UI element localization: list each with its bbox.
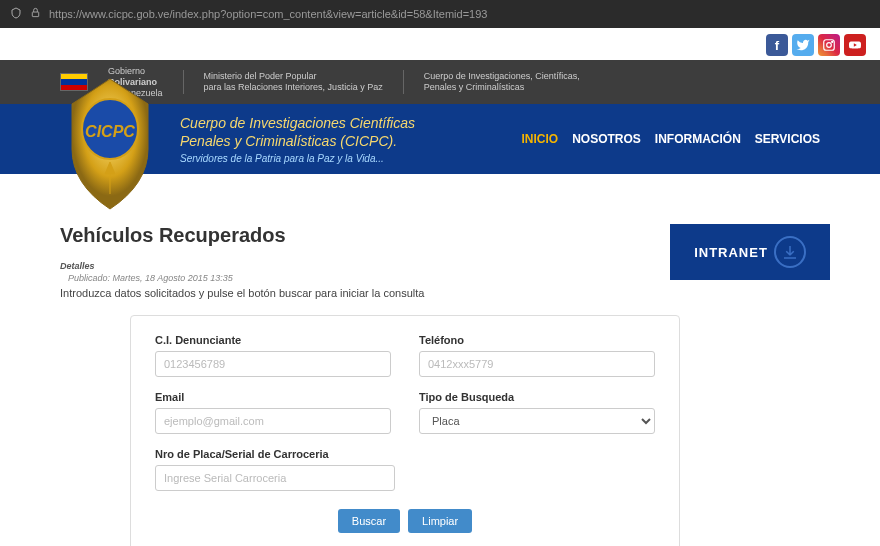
ministry-name: Ministerio del Poder Popular para las Re… [204, 71, 383, 93]
email-label: Email [155, 391, 391, 403]
header-band: CICPC Cuerpo de Investigaciones Científi… [0, 104, 880, 174]
download-icon [774, 236, 806, 268]
instagram-icon[interactable] [818, 34, 840, 56]
buscar-button[interactable]: Buscar [338, 509, 400, 533]
placa-input[interactable] [155, 465, 395, 491]
nav-inicio[interactable]: INICIO [522, 132, 559, 146]
telefono-input[interactable] [419, 351, 655, 377]
intro-text: Introduzca datos solicitados y pulse el … [60, 287, 650, 299]
placa-label: Nro de Placa/Serial de Carroceria [155, 448, 395, 460]
tipo-busqueda-select[interactable]: Placa [419, 408, 655, 434]
facebook-icon[interactable]: f [766, 34, 788, 56]
svg-point-3 [832, 41, 833, 42]
intranet-label: INTRANET [694, 245, 768, 260]
nav-nosotros[interactable]: NOSOTROS [572, 132, 641, 146]
svg-rect-0 [32, 12, 38, 17]
search-form: C.I. Denunciante Teléfono Email Tipo de … [130, 315, 680, 546]
limpiar-button[interactable]: Limpiar [408, 509, 472, 533]
department-name: Cuerpo de Investigaciones, Científicas, … [424, 71, 580, 93]
twitter-icon[interactable] [792, 34, 814, 56]
ci-label: C.I. Denunciante [155, 334, 391, 346]
svg-text:CICPC: CICPC [85, 123, 135, 140]
browser-address-bar: https://www.cicpc.gob.ve/index.php?optio… [0, 0, 880, 28]
published-date: Publicado: Martes, 18 Agosto 2015 13:35 [68, 273, 650, 283]
email-input[interactable] [155, 408, 391, 434]
page-title: Vehículos Recuperados [60, 224, 650, 247]
org-title: Cuerpo de Investigaciones Científicas Pe… [180, 114, 415, 165]
intranet-button[interactable]: INTRANET [670, 224, 830, 280]
lock-icon [30, 7, 41, 21]
youtube-icon[interactable] [844, 34, 866, 56]
tipo-busqueda-label: Tipo de Busqueda [419, 391, 655, 403]
nav-informacion[interactable]: INFORMACIÓN [655, 132, 741, 146]
url-text[interactable]: https://www.cicpc.gob.ve/index.php?optio… [49, 8, 487, 20]
details-label: Detalles [60, 261, 650, 271]
shield-icon [10, 7, 22, 22]
social-icons-row: f [0, 28, 880, 60]
telefono-label: Teléfono [419, 334, 655, 346]
main-nav: INICIO NOSOTROS INFORMACIÓN SERVICIOS [522, 132, 820, 146]
svg-point-2 [827, 43, 832, 48]
nav-servicios[interactable]: SERVICIOS [755, 132, 820, 146]
cicpc-badge-icon: CICPC [60, 74, 160, 214]
ci-input[interactable] [155, 351, 391, 377]
